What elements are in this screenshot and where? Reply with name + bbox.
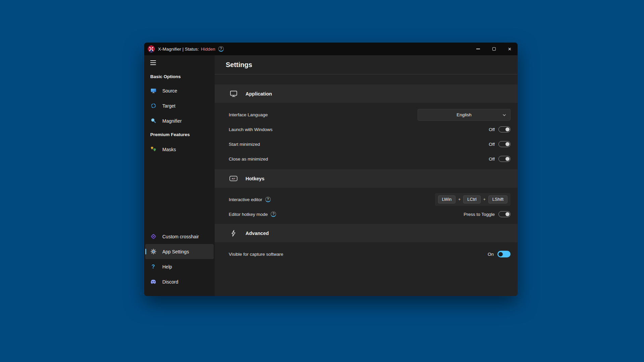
window-controls: ✕	[470, 43, 518, 55]
interface-language-label: Interface Language	[229, 112, 268, 117]
monitor-outline-icon	[229, 90, 237, 97]
section-hotkeys: ALT Hotkeys	[215, 169, 518, 188]
section-title: Advanced	[246, 231, 269, 236]
window-title: X-Magnifier | Status:	[158, 47, 199, 52]
toggle-state-label: Press to Toggle	[464, 212, 495, 217]
crosshair-target-icon	[150, 103, 156, 109]
sidebar-bottom-group: Custom crosshair	[144, 229, 215, 289]
alt-key-icon: ALT	[229, 176, 237, 181]
sidebar-item-custom-crosshair[interactable]: Custom crosshair	[144, 229, 215, 244]
toggle-state-label: Off	[489, 142, 495, 147]
key-chip[interactable]: LWin	[438, 195, 456, 204]
editor-hotkey-mode-help-badge[interactable]: ?	[271, 212, 276, 217]
section-advanced: Advanced	[215, 224, 518, 242]
close-button[interactable]: ✕	[502, 43, 518, 55]
magnifier-icon	[150, 118, 156, 124]
status-help-badge[interactable]: ?	[218, 46, 224, 52]
close-as-minimized-label: Close as minimized	[229, 157, 268, 162]
visible-for-capture-toggle[interactable]	[497, 251, 511, 257]
sidebar-item-discord[interactable]: Discord	[144, 274, 215, 289]
sidebar-item-source[interactable]: Source	[144, 83, 215, 98]
toggle-knob	[498, 252, 503, 256]
launch-with-windows-row: Launch with Windows Off	[215, 122, 518, 137]
sidebar-item-magnifier[interactable]: Magnifier	[144, 113, 215, 128]
section-application: Application	[215, 84, 518, 103]
masks-icon	[150, 146, 156, 153]
sidebar-item-label: App Settings	[162, 249, 189, 254]
sidebar-item-masks[interactable]: Masks	[144, 142, 215, 157]
toggle-state-label: Off	[489, 157, 495, 162]
sidebar-item-target[interactable]: Target	[144, 98, 215, 113]
svg-text:ALT: ALT	[232, 178, 235, 180]
interface-language-row: Interface Language English	[215, 107, 518, 122]
toggle-state-label: On	[488, 252, 494, 257]
toggle-state-label: Off	[489, 127, 495, 132]
sidebar-item-help[interactable]: ? Help	[144, 259, 215, 274]
interactive-editor-row: Interactive editor ? LWin + LCtrl + LShi…	[215, 192, 518, 207]
titlebar[interactable]: X-Magnifier | Status: Hidden ? ✕	[144, 43, 518, 55]
key-separator: +	[483, 197, 486, 202]
interactive-editor-help-badge[interactable]: ?	[265, 197, 271, 202]
hamburger-menu-button[interactable]	[150, 60, 156, 65]
interactive-editor-label: Interactive editor	[229, 197, 262, 202]
application-rows: Interface Language English Launch with W…	[215, 103, 518, 166]
chevron-down-icon	[502, 114, 506, 116]
minimize-button[interactable]	[470, 43, 486, 55]
sidebar-item-label: Custom crosshair	[162, 234, 199, 239]
key-chip[interactable]: LShift	[488, 195, 507, 204]
section-title: Hotkeys	[246, 176, 264, 181]
key-separator: +	[458, 197, 461, 202]
hotkeys-rows: Interactive editor ? LWin + LCtrl + LShi…	[215, 188, 518, 222]
editor-hotkey-mode-label: Editor hotkey mode	[229, 212, 268, 217]
close-as-minimized-toggle[interactable]	[498, 156, 511, 162]
page-header: Settings	[215, 55, 518, 74]
close-as-minimized-row: Close as minimized Off	[215, 152, 518, 166]
lightning-bolt-icon	[229, 230, 237, 237]
interface-language-select[interactable]: English	[418, 109, 511, 121]
gear-icon	[150, 249, 156, 255]
page-title: Settings	[226, 61, 252, 69]
close-icon: ✕	[508, 47, 512, 51]
start-minimized-label: Start minimized	[229, 142, 260, 147]
discord-icon	[150, 279, 156, 285]
sidebar-group-premium-features: Premium Features	[150, 131, 215, 138]
editor-hotkey-mode-toggle[interactable]	[498, 211, 511, 217]
sidebar-item-label: Target	[162, 103, 175, 109]
editor-hotkey-mode-row: Editor hotkey mode ? Press to Toggle	[215, 207, 518, 222]
settings-page: Settings Application Interf	[215, 55, 518, 296]
toggle-knob	[505, 127, 509, 131]
key-chip[interactable]: LCtrl	[463, 195, 480, 204]
maximize-button[interactable]	[486, 43, 502, 55]
sidebar-item-label: Help	[162, 264, 172, 269]
app-window: X-Magnifier | Status: Hidden ? ✕	[144, 43, 518, 296]
sidebar-group-basic-options: Basic Options	[150, 73, 215, 80]
launch-with-windows-toggle[interactable]	[498, 126, 511, 132]
toggle-knob	[505, 212, 509, 216]
custom-crosshair-icon	[150, 234, 156, 240]
sidebar-item-label: Masks	[162, 147, 176, 152]
sidebar-item-label: Magnifier	[162, 118, 182, 124]
sidebar-item-app-settings[interactable]: App Settings	[145, 244, 214, 259]
advanced-rows: Visible for capture software On	[215, 242, 518, 261]
start-minimized-row: Start minimized Off	[215, 137, 518, 152]
toggle-knob	[505, 142, 509, 146]
visible-for-capture-row: Visible for capture software On	[215, 247, 518, 261]
toggle-knob	[505, 157, 509, 161]
sidebar: Basic Options Source	[144, 55, 215, 296]
monitor-icon	[150, 88, 156, 94]
sidebar-item-label: Discord	[162, 279, 178, 285]
start-minimized-toggle[interactable]	[498, 141, 511, 147]
app-logo-icon	[148, 45, 155, 53]
maximize-icon	[492, 47, 496, 51]
section-title: Application	[246, 91, 272, 97]
launch-with-windows-label: Launch with Windows	[229, 127, 273, 132]
minimize-icon	[476, 49, 480, 49]
help-question-icon: ?	[150, 264, 156, 270]
hotkey-combo-editor[interactable]: LWin + LCtrl + LShift	[435, 193, 511, 206]
interface-language-value: English	[418, 112, 510, 117]
visible-for-capture-label: Visible for capture software	[229, 252, 283, 257]
sidebar-item-label: Source	[162, 88, 177, 94]
status-value: Hidden	[201, 47, 215, 52]
